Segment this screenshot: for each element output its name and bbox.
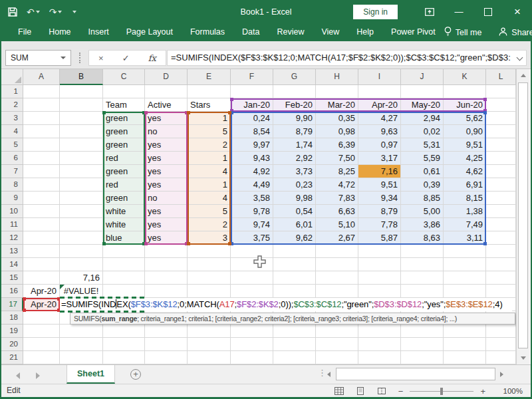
row-header-13[interactable]: 13 [0,245,23,258]
range-handle[interactable] [228,111,231,114]
column-header-I[interactable]: I [358,69,401,85]
cell-E19[interactable] [188,325,231,338]
cell-J20[interactable] [401,338,444,351]
cell-C21[interactable] [103,351,145,364]
column-header-F[interactable]: F [231,69,273,85]
zoom-in-icon[interactable]: + [480,387,485,396]
cell-C20[interactable] [103,338,145,351]
scroll-down-icon[interactable] [521,356,526,360]
cell-F1[interactable] [231,85,273,98]
cell-A8[interactable] [23,178,60,192]
ribbon-display-options-icon[interactable] [415,0,444,23]
cell-E1[interactable] [188,85,231,98]
cell-A7[interactable] [23,165,60,178]
range-highlight-a17[interactable] [23,298,60,311]
cell-H21[interactable] [316,351,358,364]
range-highlight-f2-k2[interactable] [231,98,486,112]
cell-L3[interactable] [486,112,516,125]
undo-icon[interactable]: ↶ [27,7,40,17]
cell-L21[interactable] [486,351,516,364]
cell-L2[interactable] [486,98,516,112]
cell-B2[interactable] [60,98,103,112]
cell-A3[interactable] [23,112,60,125]
row-header-18[interactable]: 18 [0,311,23,325]
cell-L10[interactable] [486,205,516,218]
cell-G21[interactable] [273,351,316,364]
cell-L7[interactable] [486,165,516,178]
cell-I14[interactable] [358,258,401,271]
cell-editor[interactable]: =SUMIFS(INDEX($F$3:$K$12;0;MATCH(A17;$F$… [60,298,512,311]
range-handle[interactable] [144,242,148,245]
cell-H20[interactable] [316,338,358,351]
cell-B20[interactable] [60,338,103,351]
vertical-scrollbar[interactable] [516,69,530,364]
cell-A1[interactable] [23,85,60,98]
cell-B10[interactable] [60,205,103,218]
range-handle[interactable] [483,98,487,101]
cell-D20[interactable] [145,338,188,351]
cell-K13[interactable] [444,245,486,258]
cell-F13[interactable] [231,245,273,258]
name-box-dropdown-icon[interactable] [61,57,66,59]
range-handle[interactable] [23,309,26,312]
row-header-19[interactable]: 19 [0,325,23,338]
row-header-21[interactable]: 21 [0,351,23,364]
column-header-H[interactable]: H [316,69,358,85]
column-header-E[interactable]: E [188,69,231,85]
formula-input[interactable]: =SUMIFS(INDEX($F$3:$K$12;0;MATCH(A17;$F$… [167,50,527,66]
range-highlight-c3-c12[interactable] [103,112,145,245]
cell-D2[interactable]: Active [145,98,188,112]
cell-B5[interactable] [60,138,103,152]
cell-B14[interactable] [60,258,103,271]
customize-quick-access-toolbar-icon[interactable] [71,6,76,18]
cell-H1[interactable] [316,85,358,98]
maximize-button[interactable] [473,0,503,23]
save-icon[interactable] [8,7,17,17]
page-break-preview-icon[interactable] [377,387,386,395]
scroll-up-icon[interactable] [521,74,526,77]
cell-A6[interactable] [23,152,60,165]
cell-I21[interactable] [358,351,401,364]
cell-J14[interactable] [401,258,444,271]
cell-A16[interactable]: Apr-20 [23,285,60,298]
cell-G1[interactable] [273,85,316,98]
cell-B15[interactable]: 7,16 [60,271,103,285]
ribbon-tab-review[interactable]: Review [268,23,313,41]
cell-B21[interactable] [60,351,103,364]
expand-formula-bar-icon[interactable] [517,55,523,61]
cell-K20[interactable] [444,338,486,351]
row-header-11[interactable]: 11 [0,218,23,231]
cell-B4[interactable] [60,125,103,138]
cell-C2[interactable]: Team [103,98,145,112]
cell-A14[interactable] [23,258,60,271]
cell-E13[interactable] [188,245,231,258]
range-handle[interactable] [23,297,26,301]
row-header-7[interactable]: 7 [0,165,23,178]
cell-L16[interactable] [486,285,516,298]
column-header-J[interactable]: J [401,69,444,85]
cell-J19[interactable] [401,325,444,338]
cell-K16[interactable] [444,285,486,298]
cell-A9[interactable] [23,192,60,205]
name-box[interactable]: SUM [5,50,71,66]
row-header-1[interactable]: 1 [0,85,23,98]
range-handle[interactable] [102,111,106,114]
insert-function-icon[interactable]: fx [148,54,156,63]
cell-L8[interactable] [486,178,516,192]
cell-A19[interactable] [23,325,60,338]
row-header-12[interactable]: 12 [0,231,23,245]
sign-in-button[interactable]: Sign in [353,5,398,19]
row-header-20[interactable]: 20 [0,338,23,351]
row-header-10[interactable]: 10 [0,205,23,218]
row-header-6[interactable]: 6 [0,152,23,165]
cell-A4[interactable] [23,125,60,138]
ribbon-tab-help[interactable]: Help [348,23,382,41]
cell-L13[interactable] [486,245,516,258]
cell-C14[interactable] [103,258,145,271]
cell-B7[interactable] [60,165,103,178]
cell-C1[interactable] [103,85,145,98]
cancel-icon[interactable]: × [98,54,104,63]
cell-L11[interactable] [486,218,516,231]
cell-B3[interactable] [60,112,103,125]
column-header-G[interactable]: G [273,69,316,85]
